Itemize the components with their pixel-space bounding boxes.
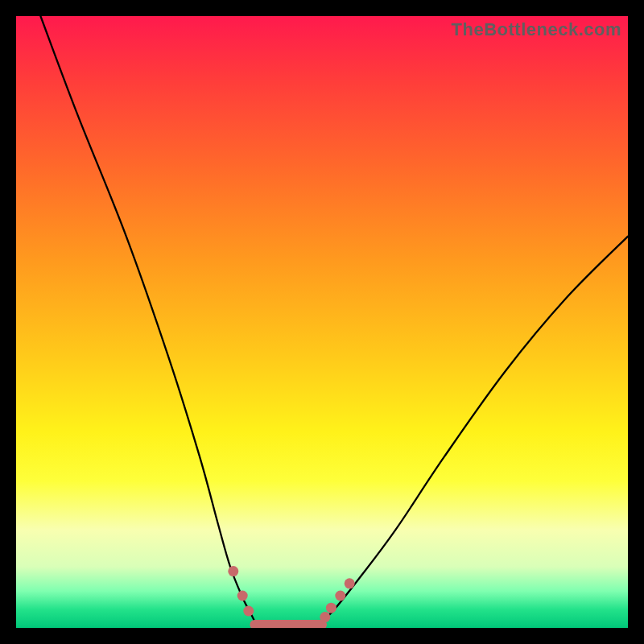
marker-dot — [228, 566, 238, 576]
marker-dots-group — [228, 566, 354, 622]
marker-dot — [243, 606, 254, 617]
marker-dot — [326, 603, 336, 613]
marker-dot — [320, 612, 330, 622]
marker-dot — [345, 578, 355, 588]
marker-dot — [237, 591, 248, 601]
curve-svg — [16, 16, 628, 628]
marker-dot — [335, 591, 345, 601]
chart-frame: TheBottleneck.com — [16, 16, 628, 628]
curve-right-branch — [321, 237, 628, 628]
curve-left-branch — [40, 16, 255, 628]
